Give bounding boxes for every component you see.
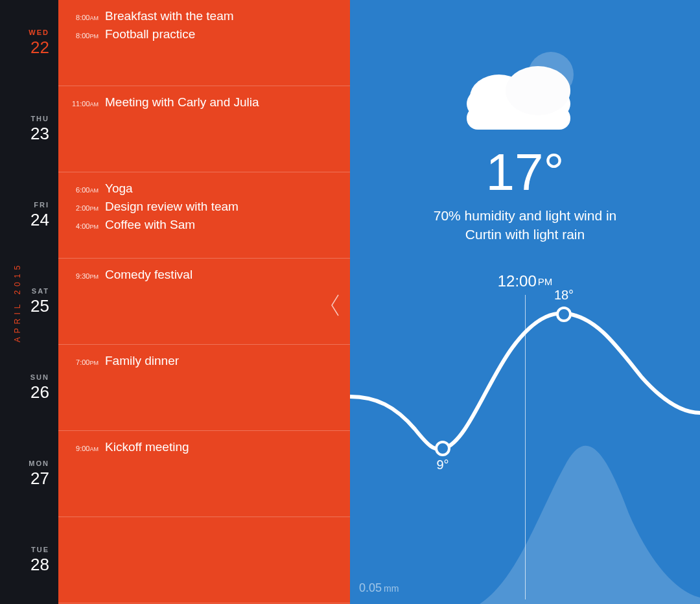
day-number: 28: [30, 555, 49, 575]
event-title: Comedy festival: [105, 268, 192, 282]
precip-label: 0.05mm: [359, 581, 399, 595]
low-temp-label: 9°: [436, 458, 449, 472]
event-title: Kickoff meeting: [105, 440, 189, 454]
day-number: 23: [30, 124, 49, 144]
day-of-week: MON: [29, 459, 49, 467]
event-time: 2:00PM: [65, 204, 99, 212]
event-item[interactable]: 11:00AM Meeting with Carly and Julia: [65, 95, 340, 110]
event-item[interactable]: 9:30PM Comedy festival: [65, 268, 340, 282]
event-time: 8:00PM: [65, 32, 99, 40]
day-of-week: FRI: [34, 201, 49, 209]
event-item[interactable]: 6:00AM Yoga: [65, 181, 340, 196]
event-title: Yoga: [105, 181, 133, 196]
date-rail: APRIL 2015 WED 22 THU 23 FRI 24 SAT 25 S…: [0, 0, 58, 604]
event-time: 6:00AM: [65, 186, 99, 194]
day-number: 24: [30, 210, 49, 230]
current-temperature: 17°: [350, 143, 700, 202]
date-cell[interactable]: FRI 24: [0, 172, 58, 259]
event-item[interactable]: 2:00PM Design review with team: [65, 200, 340, 214]
event-title: Meeting with Carly and Julia: [105, 95, 259, 110]
day-of-week: SAT: [32, 287, 49, 295]
event-time: 9:00AM: [65, 445, 99, 452]
event-title: Breakfast with the team: [105, 9, 234, 23]
high-temp-point[interactable]: [557, 308, 570, 321]
date-cell[interactable]: TUE 28: [0, 517, 58, 603]
low-temp-point[interactable]: [436, 442, 449, 455]
day-of-week: SUN: [30, 373, 49, 381]
temperature-chart[interactable]: 9° 18°: [350, 267, 700, 604]
date-cell[interactable]: SAT 25: [0, 259, 58, 345]
svg-point-5: [506, 66, 570, 115]
date-cell[interactable]: MON 27: [0, 431, 58, 517]
day-number: 26: [30, 382, 49, 402]
weather-panel[interactable]: 17° 70% humidity and light wind in Curti…: [350, 0, 700, 604]
event-item[interactable]: 4:00PM Coffee with Sam: [65, 218, 340, 232]
temp-line: [350, 313, 700, 449]
event-item[interactable]: 7:00PM Family dinner: [65, 354, 340, 368]
day-number: 22: [30, 38, 49, 58]
agenda-day[interactable]: 11:00AM Meeting with Carly and Julia: [58, 86, 350, 172]
agenda-day[interactable]: [58, 517, 350, 603]
cloud-sun-icon: [454, 45, 596, 143]
event-item[interactable]: 9:00AM Kickoff meeting: [65, 440, 340, 454]
event-time: 4:00PM: [65, 222, 99, 230]
collapse-caret-icon[interactable]: [325, 289, 345, 321]
conditions-text: 70% humidity and light wind in Curtin wi…: [350, 206, 700, 244]
agenda-day[interactable]: 9:30PM Comedy festival: [58, 259, 350, 345]
event-time: 7:00PM: [65, 358, 99, 366]
event-time: 11:00AM: [65, 100, 99, 108]
event-title: Football practice: [105, 27, 195, 41]
precip-area: [480, 446, 700, 604]
day-of-week: THU: [30, 115, 49, 122]
day-number: 27: [30, 469, 49, 489]
event-time: 8:00AM: [65, 14, 99, 21]
event-title: Coffee with Sam: [105, 218, 195, 232]
month-label: APRIL 2015: [13, 262, 22, 342]
event-title: Family dinner: [105, 354, 179, 368]
date-cell[interactable]: THU 23: [0, 86, 58, 172]
agenda-day[interactable]: 8:00AM Breakfast with the team 8:00PM Fo…: [58, 0, 350, 86]
day-of-week: TUE: [31, 546, 49, 553]
agenda-panel: 8:00AM Breakfast with the team 8:00PM Fo…: [58, 0, 350, 604]
agenda-day[interactable]: 9:00AM Kickoff meeting: [58, 431, 350, 517]
day-number: 25: [30, 296, 49, 316]
event-item[interactable]: 8:00AM Breakfast with the team: [65, 9, 340, 23]
event-time: 9:30PM: [65, 272, 99, 280]
event-title: Design review with team: [105, 200, 239, 214]
date-cell[interactable]: WED 22: [0, 0, 58, 86]
high-temp-label: 18°: [554, 288, 574, 302]
date-cell[interactable]: SUN 26: [0, 345, 58, 431]
agenda-day[interactable]: 7:00PM Family dinner: [58, 345, 350, 431]
event-item[interactable]: 8:00PM Football practice: [65, 27, 340, 41]
day-of-week: WED: [29, 29, 49, 36]
agenda-day[interactable]: 6:00AM Yoga 2:00PM Design review with te…: [58, 172, 350, 259]
